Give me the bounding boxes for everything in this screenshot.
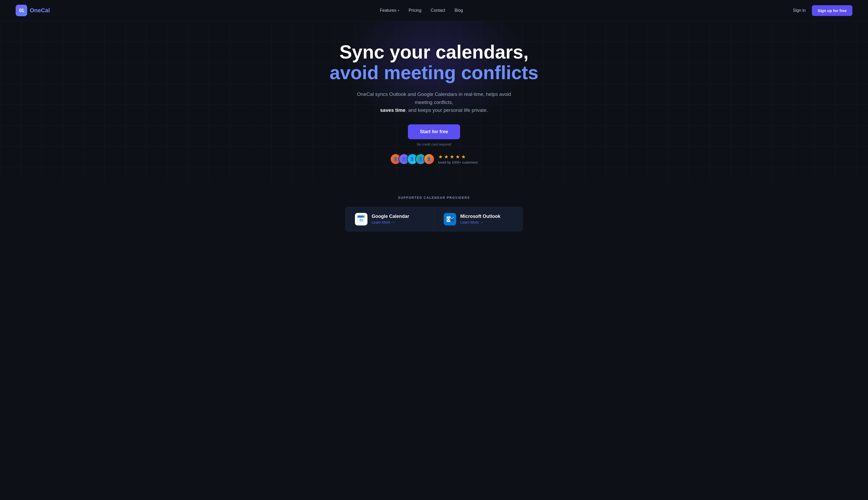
nav-pricing[interactable]: Pricing — [409, 8, 421, 13]
social-proof: 👤 👤 👤 👤 👤 ★ ★ ★ ★ ★ loved by 1000+ custo… — [10, 154, 858, 164]
star-rating: ★ ★ ★ ★ ★ — [438, 154, 466, 160]
star-icon: ★ — [455, 154, 460, 160]
avatar: 👤 — [424, 154, 435, 164]
nav-blog[interactable]: Blog — [455, 8, 463, 13]
hero-title-line2: avoid meeting conflicts — [10, 62, 858, 83]
provider-name-google: Google Calendar — [372, 214, 409, 219]
nav-contact[interactable]: Contact — [431, 8, 445, 13]
chevron-down-icon: ▾ — [398, 9, 399, 12]
nav-features[interactable]: Features ▾ — [380, 8, 399, 13]
nav-actions: Sign in Sign up for free — [793, 5, 852, 16]
navbar: 01 OneCal Features ▾ Pricing Contact Blo… — [0, 0, 868, 21]
hero-title: Sync your calendars, avoid meeting confl… — [10, 42, 858, 83]
provider-info-google: Google Calendar Learn More → — [372, 214, 409, 224]
svg-point-18 — [448, 218, 449, 220]
hero-section: Sync your calendars, avoid meeting confl… — [0, 21, 868, 180]
provider-card-outlook[interactable]: Microsoft Outlook Learn More → — [434, 207, 523, 231]
logo-icon: 01 — [16, 5, 27, 16]
google-calendar-icon: 31 — [355, 213, 367, 225]
hero-subtitle: OneCal syncs Outlook and Google Calendar… — [353, 90, 515, 114]
nav-links: Features ▾ Pricing Contact Blog — [380, 8, 463, 13]
provider-card-google[interactable]: 31 Google Calendar Learn More → — [345, 207, 434, 231]
star-icon: ★ — [461, 154, 466, 160]
providers-label: SUPPORTED CALENDAR PROVIDERS — [10, 196, 858, 200]
no-credit-text: No credit card required — [10, 143, 858, 146]
provider-info-outlook: Microsoft Outlook Learn More → — [460, 214, 501, 224]
start-for-free-button[interactable]: Start for free — [408, 124, 460, 139]
star-icon: ★ — [450, 154, 454, 160]
provider-name-outlook: Microsoft Outlook — [460, 214, 501, 219]
microsoft-outlook-icon — [444, 213, 456, 225]
hero-content: Sync your calendars, avoid meeting confl… — [10, 42, 858, 164]
signin-link[interactable]: Sign in — [793, 8, 806, 13]
logo-text: OneCal — [30, 7, 50, 14]
providers-section: SUPPORTED CALENDAR PROVIDERS 31 — [0, 180, 868, 242]
social-text: ★ ★ ★ ★ ★ loved by 1000+ customers — [438, 154, 478, 164]
provider-cards: 31 Google Calendar Learn More → — [345, 207, 523, 231]
loved-text: loved by 1000+ customers — [438, 160, 478, 164]
star-icon: ★ — [444, 154, 449, 160]
provider-link-outlook[interactable]: Learn More → — [460, 220, 501, 224]
star-icon: ★ — [438, 154, 443, 160]
hero-title-line1: Sync your calendars, — [10, 42, 858, 62]
logo[interactable]: 01 OneCal — [16, 5, 50, 16]
signup-button[interactable]: Sign up for free — [812, 5, 852, 16]
provider-link-google[interactable]: Learn More → — [372, 220, 409, 224]
avatar-group: 👤 👤 👤 👤 👤 — [390, 154, 435, 164]
